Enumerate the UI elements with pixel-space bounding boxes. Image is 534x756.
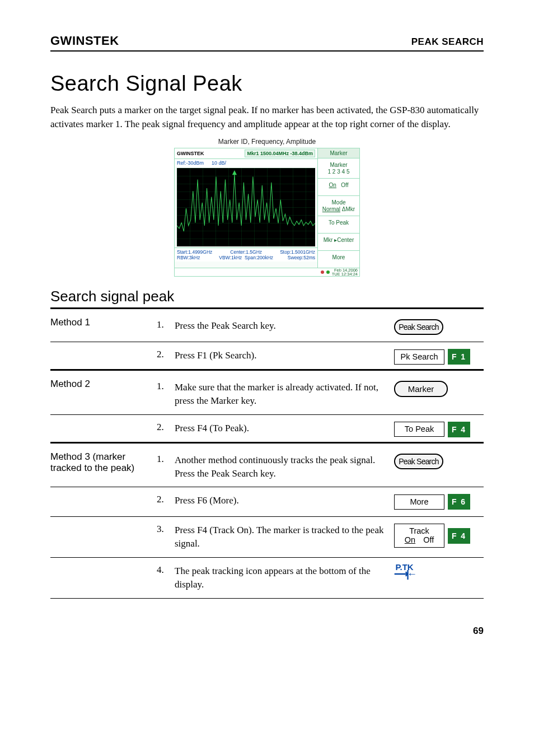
- step-number: 2.: [157, 494, 169, 505]
- function-key[interactable]: F 4: [448, 422, 470, 437]
- method-label: Method 1: [50, 316, 157, 328]
- step-text: Make sure that the marker is already act…: [175, 381, 388, 408]
- hardkey-button[interactable]: Peak Search: [394, 319, 443, 335]
- vbw: VBW:1kHz: [219, 255, 242, 260]
- menu-item-to-peak[interactable]: To Peak: [318, 216, 359, 233]
- scale-div: 10 dB/: [212, 160, 226, 166]
- step-text: Press F4 (To Peak).: [175, 422, 388, 435]
- section-title: Search signal peak: [50, 288, 484, 305]
- function-key[interactable]: F 4: [448, 528, 470, 544]
- peak-track-icon: P.TK⟶|←: [394, 564, 415, 577]
- step-divider: [50, 414, 484, 415]
- screenshot-brand: GWINSTEK: [177, 151, 204, 156]
- softkey-label[interactable]: More: [394, 494, 444, 510]
- spectrum-plot: [177, 168, 315, 246]
- function-key[interactable]: F 1: [448, 349, 470, 365]
- step-widget: P.TK⟶|←: [394, 564, 484, 577]
- step-number: 4.: [157, 564, 169, 576]
- spectrum-screenshot: GWINSTEK Mkr1 1500.04MHz -38.4dBm Ref:-3…: [174, 148, 360, 277]
- step-divider: [50, 516, 484, 517]
- method-divider: [50, 442, 484, 444]
- step-number: 1.: [157, 319, 169, 330]
- page-title: Search Signal Peak: [50, 72, 484, 96]
- step-text: Another method continuously tracks the p…: [175, 454, 388, 480]
- softkey-label[interactable]: Pk Search: [394, 349, 444, 365]
- menu-title: Marker: [318, 148, 359, 158]
- hardkey-button[interactable]: Peak Search: [394, 454, 443, 469]
- menu-item-marker-select[interactable]: Marker 1 2 3 4 5: [318, 158, 359, 178]
- step-widget: Pk SearchF 1: [394, 349, 484, 365]
- softkey-track[interactable]: TrackOnOff: [394, 524, 444, 547]
- status-lamp-icon: [321, 270, 324, 274]
- method-label: [50, 346, 157, 347]
- step-text: Press F6 (More).: [175, 494, 388, 507]
- method-divider: [50, 369, 484, 371]
- step-divider: [50, 342, 484, 342]
- step-number: 1.: [157, 454, 169, 465]
- step-number: 3.: [157, 524, 169, 535]
- step-widget: TrackOnOffF 4: [394, 524, 484, 547]
- method-label: [50, 418, 157, 419]
- step-widget: Peak Search: [394, 319, 484, 335]
- status-bar: Feb 14,2006 TUE 12:34:24: [175, 268, 359, 276]
- svg-marker-0: [232, 170, 237, 175]
- step-widget: To PeakF 4: [394, 422, 484, 437]
- page-number: 69: [50, 626, 484, 637]
- softkey-menu: Marker Marker 1 2 3 4 5 On Off ModeNorma…: [318, 148, 359, 268]
- step-divider: [50, 598, 484, 599]
- stop-freq: Stop:1.5001GHz: [280, 249, 315, 255]
- page-header: GWINSTEK PEAK SEARCH: [50, 34, 484, 52]
- step-widget: Marker: [394, 381, 484, 397]
- menu-item-more[interactable]: More: [318, 250, 359, 268]
- step-widget: MoreF 6: [394, 494, 484, 510]
- step-divider: [50, 487, 484, 487]
- method-label: Method 2: [50, 377, 157, 390]
- hardkey-button[interactable]: Marker: [394, 381, 448, 397]
- method-label: [50, 520, 157, 521]
- breadcrumb: PEAK SEARCH: [411, 36, 484, 48]
- start-freq: Start:1.4999GHz: [177, 249, 212, 255]
- ref-level: Ref:-30dBm: [177, 160, 204, 166]
- menu-item-mkr-center[interactable]: Mkr ▸Center: [318, 233, 359, 250]
- method-label: [50, 491, 157, 492]
- step-text: Press F4 (Track On). The marker is track…: [175, 524, 388, 550]
- span: Span:200kHz: [245, 255, 273, 260]
- intro-paragraph: Peak Search puts a marker on the target …: [50, 104, 484, 131]
- status-time: TUE 12:34:24: [332, 272, 358, 277]
- figure-wrapper: Marker ID, Frequency, Amplitude GWINSTEK…: [50, 138, 484, 277]
- step-number: 1.: [157, 381, 169, 392]
- step-widget: Peak Search: [394, 454, 484, 469]
- step-text: Press F1 (Pk Search).: [175, 349, 388, 362]
- softkey-label[interactable]: To Peak: [394, 422, 444, 437]
- function-key[interactable]: F 6: [448, 494, 470, 510]
- center-freq: Center:1.5GHz: [230, 249, 262, 255]
- step-text: The peak tracking icon appears at the bo…: [175, 564, 388, 591]
- menu-item-mode[interactable]: ModeNormal ΔMkr: [318, 195, 359, 216]
- step-text: Press the Peak Search key.: [175, 319, 388, 333]
- method-label: Method 3 (marker tracked to the peak): [50, 450, 157, 474]
- step-number: 2.: [157, 422, 169, 433]
- method-label: [50, 561, 157, 562]
- step-number: 2.: [157, 349, 169, 360]
- brand-logo: GWINSTEK: [50, 34, 120, 48]
- marker-readout: Mkr1 1500.04MHz -38.4dBm: [245, 150, 315, 157]
- rbw: RBW:3kHz: [177, 255, 212, 260]
- step-divider: [50, 557, 484, 558]
- section-rule: [50, 307, 484, 309]
- menu-item-on-off[interactable]: On Off: [318, 178, 359, 195]
- sweep-time: Sweep:52ms: [288, 255, 315, 260]
- figure-caption: Marker ID, Frequency, Amplitude: [50, 138, 484, 146]
- status-lamp-icon: [326, 270, 330, 274]
- brand-text: GWINSTEK: [50, 34, 119, 48]
